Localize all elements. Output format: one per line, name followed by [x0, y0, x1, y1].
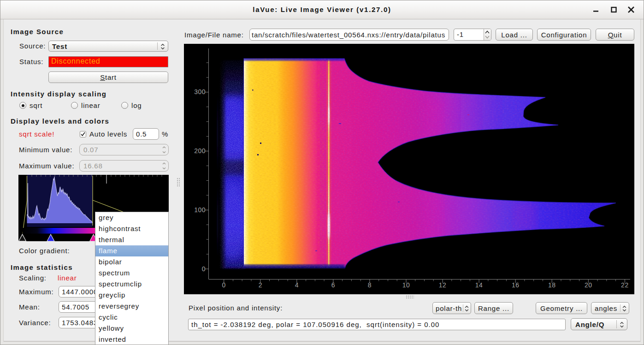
- svg-text:200: 200: [194, 147, 206, 155]
- svg-text:22: 22: [621, 281, 629, 289]
- svg-text:100: 100: [194, 206, 206, 214]
- svg-text:0: 0: [222, 281, 226, 289]
- svg-text:4: 4: [295, 281, 299, 289]
- svg-text:2: 2: [259, 281, 262, 289]
- svg-text:300: 300: [194, 88, 206, 95]
- svg-text:14: 14: [475, 281, 483, 289]
- svg-text:12: 12: [439, 281, 447, 289]
- svg-text:8: 8: [368, 281, 372, 289]
- svg-text:6: 6: [331, 281, 335, 289]
- svg-text:18: 18: [548, 281, 556, 289]
- svg-text:0: 0: [202, 265, 206, 273]
- svg-text:20: 20: [585, 281, 592, 289]
- svg-text:10: 10: [402, 281, 410, 289]
- svg-text:16: 16: [512, 281, 520, 289]
